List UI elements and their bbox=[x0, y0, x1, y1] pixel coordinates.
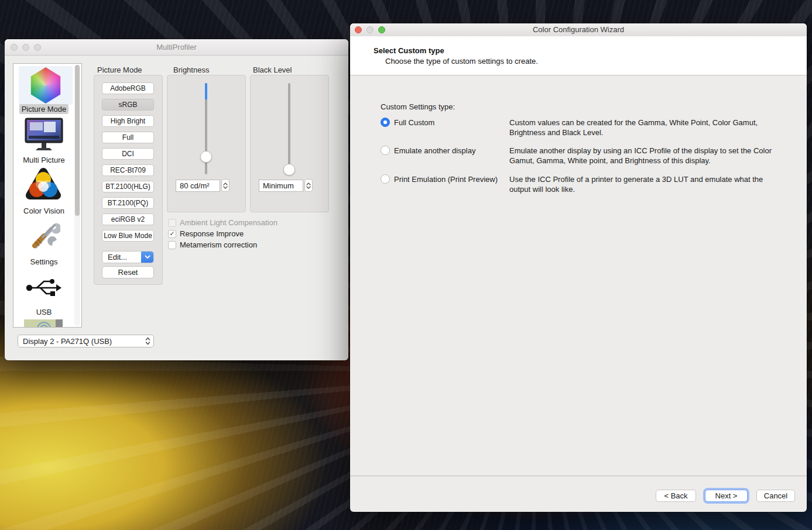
emulate-display-description: Emulate another display by using an ICC … bbox=[509, 146, 774, 166]
black-level-group-label: Black Level bbox=[253, 66, 292, 74]
black-level-slider-knob[interactable] bbox=[283, 164, 295, 175]
sidebar-item-picture-mode-label[interactable]: Picture Mode bbox=[19, 104, 69, 114]
custom-settings-type-label: Custom Settings type: bbox=[381, 102, 455, 111]
radio-row-full-custom[interactable]: Full Custom bbox=[381, 118, 434, 127]
radio-print-emulation-label: Print Emulation (Print Preview) bbox=[394, 175, 498, 184]
sidebar-item-multi-picture-label[interactable]: Multi Picture bbox=[13, 156, 74, 164]
chevron-down-icon[interactable] bbox=[141, 252, 153, 263]
color-vision-icon bbox=[25, 167, 61, 204]
tools-icon bbox=[28, 220, 60, 253]
sidebar-item-partial[interactable] bbox=[24, 319, 63, 328]
checkbox-row-ambient-light[interactable]: Ambient Light Compensation bbox=[168, 218, 277, 227]
usb-icon bbox=[25, 276, 63, 300]
sidebar-item-color-vision-label[interactable]: Color Vision bbox=[13, 207, 74, 215]
window-title: MultiProfiler bbox=[5, 39, 348, 55]
mode-button-low-blue[interactable]: Low Blue Mode bbox=[102, 230, 154, 242]
checkbox-response-improve-label: Response Improve bbox=[180, 229, 244, 238]
wizard-window-title: Color Configuration Wizard bbox=[350, 23, 807, 36]
edit-combo-button[interactable]: Edit... bbox=[102, 251, 154, 263]
back-button[interactable]: < Back bbox=[656, 490, 696, 502]
sidebar-item-settings-label[interactable]: Settings bbox=[13, 257, 74, 266]
minimize-button[interactable] bbox=[366, 26, 374, 33]
radio-full-custom-label: Full Custom bbox=[394, 118, 434, 127]
reset-button[interactable]: Reset bbox=[102, 266, 154, 278]
mode-button-bt2100-pq[interactable]: BT.2100(PQ) bbox=[102, 197, 154, 209]
radio-emulate-display[interactable] bbox=[381, 146, 390, 155]
checkbox-ambient-light[interactable] bbox=[168, 219, 176, 227]
footer-divider bbox=[350, 476, 807, 476]
mode-button-full[interactable]: Full bbox=[102, 132, 154, 143]
wizard-subheading: Choose the type of custom settings to cr… bbox=[385, 57, 538, 66]
next-button[interactable]: Next > bbox=[705, 490, 748, 502]
radio-full-custom[interactable] bbox=[381, 118, 390, 127]
wizard-heading: Select Custom type bbox=[374, 46, 444, 55]
display-select-value: Display 2 - PA271Q (USB) bbox=[18, 337, 142, 346]
wizard-window: Color Configuration Wizard Select Custom… bbox=[350, 23, 807, 512]
mode-button-high-bright[interactable]: High Bright bbox=[102, 115, 154, 127]
full-custom-description: Custom values can be created for the Gam… bbox=[509, 118, 774, 137]
mode-button-srgb[interactable]: sRGB bbox=[102, 99, 154, 111]
brightness-group-label: Brightness bbox=[173, 66, 209, 74]
brightness-slider-knob[interactable] bbox=[200, 151, 212, 163]
edit-button-label: Edit... bbox=[102, 253, 141, 261]
scrollbar-thumb[interactable] bbox=[75, 65, 80, 216]
radio-print-emulation[interactable] bbox=[381, 174, 390, 184]
close-button[interactable] bbox=[11, 44, 18, 51]
color-cube-icon bbox=[29, 67, 62, 104]
print-emulation-description: Use the ICC Profile of a printer to gene… bbox=[509, 175, 774, 194]
picture-mode-group-label: Picture Mode bbox=[97, 66, 142, 74]
checkbox-row-metamerism[interactable]: Metamerism correction bbox=[168, 240, 257, 249]
black-level-stepper[interactable] bbox=[304, 179, 313, 192]
radio-row-print-emulation[interactable]: Print Emulation (Print Preview) bbox=[381, 174, 498, 184]
monitor-icon bbox=[24, 118, 64, 153]
radio-row-emulate-display[interactable]: Emulate another display bbox=[381, 146, 475, 155]
sidebar-scrollbar[interactable] bbox=[74, 65, 80, 326]
wizard-titlebar[interactable]: Color Configuration Wizard bbox=[350, 23, 807, 37]
brightness-slider-fill bbox=[205, 83, 207, 99]
brightness-value-field[interactable]: 80 cd/m² bbox=[176, 180, 220, 192]
mode-button-adobergb[interactable]: AdobeRGB bbox=[102, 82, 154, 94]
checkbox-metamerism[interactable] bbox=[168, 241, 176, 249]
sidebar-item-settings[interactable] bbox=[28, 220, 60, 255]
sidebar-list: Picture Mode Multi Picture bbox=[13, 63, 82, 328]
radio-emulate-display-label: Emulate another display bbox=[394, 146, 475, 155]
mode-button-rec-bt709[interactable]: REC-Bt709 bbox=[102, 164, 154, 176]
mode-button-dci[interactable]: DCI bbox=[102, 148, 154, 160]
close-button[interactable] bbox=[355, 26, 362, 33]
sidebar-item-usb[interactable] bbox=[25, 276, 63, 302]
updown-chevron-icon bbox=[142, 337, 153, 345]
checkbox-metamerism-label: Metamerism correction bbox=[180, 240, 257, 249]
sidebar-item-picture-mode[interactable] bbox=[19, 66, 73, 105]
black-level-value-field[interactable]: Minimum bbox=[259, 180, 303, 192]
multiprofiler-titlebar[interactable]: MultiProfiler bbox=[5, 39, 348, 56]
mode-button-bt2100-hlg[interactable]: BT.2100(HLG) bbox=[102, 181, 154, 192]
black-level-slider-track[interactable] bbox=[288, 83, 290, 174]
checkbox-response-improve[interactable]: ✓ bbox=[168, 230, 176, 238]
display-select[interactable]: Display 2 - PA271Q (USB) bbox=[18, 335, 154, 347]
zoom-button[interactable] bbox=[378, 26, 385, 33]
mode-button-ecirgb-v2[interactable]: eciRGB v2 bbox=[102, 214, 154, 225]
minimize-button[interactable] bbox=[22, 44, 29, 51]
sidebar-item-color-vision[interactable] bbox=[25, 167, 61, 206]
wizard-header: Select Custom type Choose the type of cu… bbox=[350, 36, 807, 75]
brightness-stepper[interactable] bbox=[221, 179, 229, 192]
sidebar-item-multi-picture[interactable] bbox=[24, 118, 64, 155]
zoom-button[interactable] bbox=[34, 44, 41, 51]
checkbox-row-response-improve[interactable]: ✓ Response Improve bbox=[168, 229, 244, 238]
checkbox-ambient-light-label: Ambient Light Compensation bbox=[180, 218, 277, 227]
multiprofiler-window: MultiProfiler Picture Mode bbox=[5, 39, 348, 360]
sidebar-item-usb-label[interactable]: USB bbox=[13, 308, 74, 316]
cancel-button[interactable]: Cancel bbox=[756, 490, 795, 502]
